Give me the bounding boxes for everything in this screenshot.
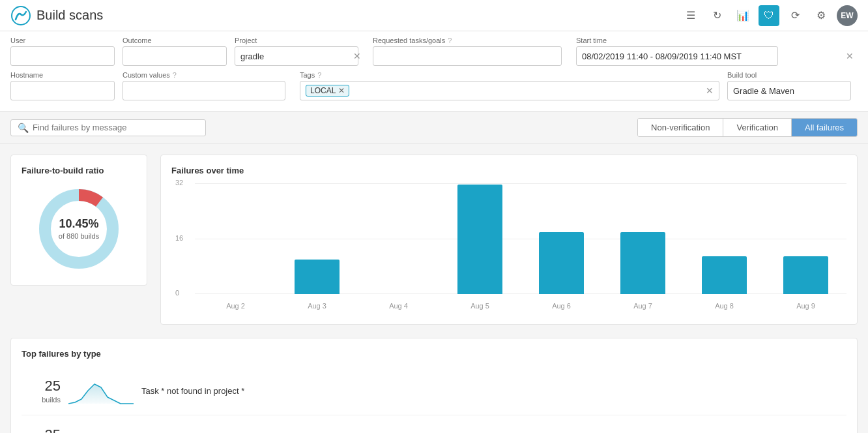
failure-item-2: 25 builds Project * not found in root pr… bbox=[22, 415, 846, 433]
user-filter: User bbox=[10, 37, 115, 66]
bar-aug3-bar bbox=[295, 260, 340, 294]
user-avatar[interactable]: EW bbox=[837, 5, 858, 26]
search-icon: 🔍 bbox=[18, 123, 29, 133]
bar-aug7-label: Aug 7 bbox=[633, 302, 652, 310]
bar-aug5: Aug 5 bbox=[439, 183, 521, 294]
tab-all-failures[interactable]: All failures bbox=[792, 119, 857, 136]
tags-label: Tags ? bbox=[300, 71, 719, 79]
bar-aug3: Aug 3 bbox=[276, 183, 358, 294]
sparkline-svg-2 bbox=[68, 423, 134, 433]
failure-count-2: 25 builds bbox=[22, 426, 61, 434]
app-title: Build scans bbox=[36, 8, 103, 23]
failure-sparkline-2 bbox=[68, 423, 134, 433]
failure-type-tabs: Non-verification Verification All failur… bbox=[637, 118, 858, 137]
customvalues-input[interactable] bbox=[123, 81, 285, 100]
starttime-label: Start time bbox=[576, 37, 858, 44]
tag-local-value: LOCAL bbox=[310, 86, 336, 95]
bar-aug6-label: Aug 6 bbox=[552, 302, 571, 310]
project-filter: Project ✕ bbox=[235, 37, 365, 66]
failure-count-num-1: 25 bbox=[22, 378, 61, 395]
grid-label-16: 16 bbox=[175, 234, 183, 242]
bar-aug4: Aug 4 bbox=[358, 183, 439, 294]
main-content: Failure-to-build ratio 10.45% of 880 bui… bbox=[0, 144, 868, 433]
donut-section: Failure-to-build ratio 10.45% of 880 bui… bbox=[10, 155, 147, 286]
buildtool-input[interactable] bbox=[727, 81, 851, 100]
bar-aug2: Aug 2 bbox=[195, 183, 276, 294]
search-box: 🔍 bbox=[10, 119, 206, 136]
search-tabs-bar: 🔍 Non-verification Verification All fail… bbox=[0, 112, 868, 144]
app-header: Build scans ☰ ↻ 📊 🛡 ⟳ ⚙ EW bbox=[0, 0, 868, 31]
charts-row: Failure-to-build ratio 10.45% of 880 bui… bbox=[10, 155, 858, 325]
bar-chart-container: 32 16 0 Aug 2 bbox=[171, 183, 846, 314]
grid-label-0: 0 bbox=[175, 289, 179, 297]
bar-aug6-bar bbox=[539, 232, 584, 294]
user-label: User bbox=[10, 37, 115, 44]
user-input[interactable] bbox=[10, 46, 115, 66]
outcome-input[interactable] bbox=[123, 46, 227, 66]
tasks-help-icon[interactable]: ? bbox=[448, 37, 452, 44]
shield-icon[interactable]: 🛡 bbox=[759, 5, 779, 26]
project-label: Project bbox=[235, 37, 365, 44]
sparkline-svg-1 bbox=[68, 374, 134, 407]
donut-title: Failure-to-build ratio bbox=[22, 166, 136, 175]
bar-aug7-bar bbox=[620, 232, 665, 294]
tab-verification[interactable]: Verification bbox=[723, 119, 792, 136]
tab-non-verification[interactable]: Non-verification bbox=[638, 119, 723, 136]
bars-container: Aug 2 Aug 3 Aug 4 Aug 5 bbox=[195, 183, 846, 294]
project-input[interactable] bbox=[235, 46, 358, 66]
starttime-filter: Start time ✕ bbox=[576, 37, 858, 66]
outcome-filter: Outcome bbox=[123, 37, 227, 66]
bar-aug9-label: Aug 9 bbox=[796, 302, 815, 310]
donut-chart: 10.45% of 880 builds bbox=[33, 183, 124, 275]
tag-local-remove-button[interactable]: ✕ bbox=[338, 86, 345, 95]
tasks-input[interactable] bbox=[373, 46, 562, 66]
customvalues-help-icon[interactable]: ? bbox=[173, 71, 177, 79]
tag-local: LOCAL ✕ bbox=[306, 85, 349, 97]
donut-label: 10.45% of 880 builds bbox=[59, 217, 99, 241]
bar-aug8-label: Aug 8 bbox=[715, 302, 734, 310]
sync-icon[interactable]: ⟳ bbox=[785, 5, 805, 26]
bar-aug7: Aug 7 bbox=[602, 183, 684, 294]
filter-row-1: User Outcome Project ✕ Requested tasks/g… bbox=[10, 37, 858, 66]
tasks-filter: Requested tasks/goals ? bbox=[373, 37, 568, 66]
buildtool-label: Build tool bbox=[727, 71, 858, 79]
filter-row-2: Hostname Custom values ? Tags ? LOCAL ✕ … bbox=[10, 71, 858, 100]
search-input[interactable] bbox=[33, 123, 199, 132]
starttime-input[interactable] bbox=[576, 46, 778, 66]
bar-aug9-bar bbox=[783, 256, 828, 294]
starttime-clear-button[interactable]: ✕ bbox=[846, 52, 854, 61]
hostname-input[interactable] bbox=[10, 81, 115, 100]
bar-chart-title: Failures over time bbox=[171, 166, 846, 175]
outcome-label: Outcome bbox=[123, 37, 227, 44]
bar-aug8-bar bbox=[702, 256, 747, 294]
tags-filter: Tags ? LOCAL ✕ ✕ bbox=[300, 71, 719, 100]
failures-title: Top failures by type bbox=[22, 349, 846, 359]
hostname-label: Hostname bbox=[10, 71, 115, 79]
tags-help-icon[interactable]: ? bbox=[317, 71, 321, 79]
refresh-icon[interactable]: ↻ bbox=[706, 5, 727, 26]
bar-aug3-label: Aug 3 bbox=[308, 302, 326, 310]
customvalues-filter: Custom values ? bbox=[123, 71, 292, 100]
bar-section: Failures over time 32 16 0 bbox=[160, 155, 858, 325]
failure-item-1: 25 builds Task * not found in project * bbox=[22, 366, 846, 415]
buildtool-filter: Build tool bbox=[727, 71, 858, 100]
tags-input-container[interactable]: LOCAL ✕ ✕ bbox=[300, 81, 719, 100]
donut-percent: 10.45% bbox=[59, 217, 98, 230]
failure-sparkline-1 bbox=[68, 374, 134, 407]
project-clear-button[interactable]: ✕ bbox=[353, 52, 361, 61]
tags-clear-button[interactable]: ✕ bbox=[706, 85, 714, 96]
failure-count-num-2: 25 bbox=[22, 426, 61, 434]
donut-sub: of 880 builds bbox=[59, 232, 99, 240]
chart-icon[interactable]: 📊 bbox=[732, 5, 753, 26]
bar-aug5-label: Aug 5 bbox=[470, 302, 489, 310]
bar-aug5-bar bbox=[457, 185, 502, 294]
failure-message-1: Task * not found in project * bbox=[141, 386, 244, 396]
settings-icon[interactable]: ⚙ bbox=[811, 5, 832, 26]
bar-aug2-label: Aug 2 bbox=[226, 302, 245, 310]
bar-aug4-label: Aug 4 bbox=[389, 302, 408, 310]
bar-aug6: Aug 6 bbox=[521, 183, 602, 294]
header-left: Build scans bbox=[10, 5, 103, 26]
list-icon[interactable]: ☰ bbox=[680, 5, 701, 26]
bar-aug8: Aug 8 bbox=[684, 183, 765, 294]
customvalues-label: Custom values ? bbox=[123, 71, 292, 79]
